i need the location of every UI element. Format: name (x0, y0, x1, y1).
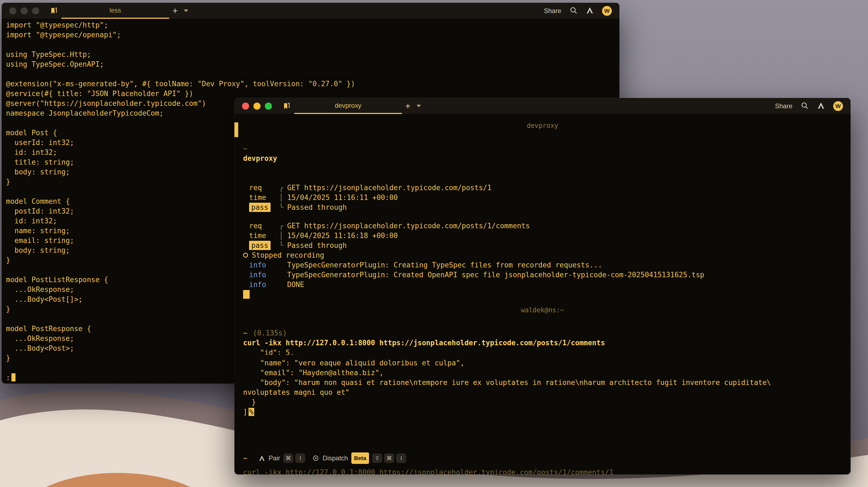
json-line: nvoluptates magni quo et" (243, 388, 842, 397)
beta-badge: Beta (351, 452, 369, 464)
share-button[interactable]: Share (775, 102, 793, 110)
time-line: time│15/04/2025 11:16:18 +00:00 (243, 231, 842, 241)
search-icon (569, 6, 578, 14)
warp-logo-button[interactable] (817, 101, 825, 111)
command-curl: curl -ikx http://127.0.0.1:8000 https://… (243, 338, 842, 348)
json-line: "name": "vero eaque aliquid doloribus et… (243, 358, 842, 368)
no-newline-marker: % (249, 408, 254, 416)
avatar[interactable]: W (602, 6, 612, 16)
pass-badge: pass (249, 241, 271, 250)
pass-line: pass╰Passed through (243, 241, 842, 250)
bracket-top: ╭ (279, 183, 287, 193)
chevron-down-icon (416, 105, 421, 107)
pass-line: pass╰Passed through (243, 203, 842, 212)
request-line: req╭GET https://jsonplaceholder.typicode… (243, 221, 842, 231)
titlebar-front: devproxy + Share W (235, 98, 850, 114)
tab-dropdown-button[interactable] (414, 98, 424, 114)
stop-recording-icon (243, 253, 248, 257)
info-line: infoTypeSpecGeneratorPlugin: Creating Ty… (243, 260, 842, 270)
spacer (279, 280, 287, 290)
json-output: "name": "vero eaque aliquid doloribus et… (243, 358, 842, 407)
pair-button[interactable]: Pair ⌘I (258, 453, 305, 463)
bracket-bottom: ╰ (279, 203, 287, 212)
keycap: ⌘ (283, 454, 293, 463)
json-line: } (243, 397, 842, 407)
close-button[interactable] (242, 102, 249, 110)
pass-label: pass (249, 241, 279, 250)
terminal-view[interactable]: devproxy ~ devproxy req╭GET https://json… (235, 121, 850, 475)
time-label: time (249, 193, 279, 203)
json-close-line: ]% (243, 407, 842, 417)
json-line: "email": "Hayden@althea.biz", (243, 368, 842, 377)
code-line: @service(#{ title: "JSON Placeholder API… (6, 89, 619, 98)
spacer (279, 260, 287, 270)
req-label: req (249, 183, 279, 193)
pair-shortcut-keys: ⌘I (283, 454, 305, 463)
json-line: "body": "harum non quasi et ratione\ntem… (243, 377, 842, 388)
info-text: TypeSpecGeneratorPlugin: Creating TypeSp… (287, 260, 602, 270)
dispatch-label: Dispatch (322, 453, 348, 463)
pass-label: pass (249, 203, 279, 212)
window-controls (235, 98, 279, 114)
cursor-block (11, 373, 16, 382)
stopped-recording-line: Stopped recording (243, 250, 842, 260)
bracket-mid: │ (279, 231, 287, 241)
titlebar-back: less + Share W (2, 3, 619, 19)
command-devproxy: devproxy (243, 153, 842, 163)
request-block: req╭GET https://jsonplaceholder.typicode… (243, 183, 842, 212)
warp-logo-button[interactable] (586, 6, 594, 16)
terminal-window-front[interactable]: devproxy + Share W devproxy ~ devproxy r… (235, 98, 850, 475)
dispatch-icon (312, 455, 319, 462)
code-line: using TypeSpec.Http; (6, 50, 619, 59)
new-tab-button[interactable]: + (402, 98, 414, 114)
tab-devproxy[interactable]: devproxy (294, 98, 402, 114)
new-tab-button[interactable]: + (169, 3, 181, 19)
history-suggestion[interactable]: curl -ikx http://127.0.0.1:8000 https://… (243, 467, 614, 475)
info-label: info (249, 280, 279, 290)
keycap: I (295, 454, 305, 463)
code-line: import "@typespec/openapi"; (6, 30, 619, 40)
share-button[interactable]: Share (544, 7, 561, 15)
block-header: devproxy (235, 121, 850, 130)
tab-dropdown-button[interactable] (181, 3, 191, 19)
zoom-button[interactable] (32, 7, 39, 14)
avatar[interactable]: W (833, 101, 843, 111)
code-line: using TypeSpec.OpenAPI; (6, 59, 619, 69)
input-hint-bar: ~ Pair ⌘I Dispatch Beta ⇧⌘I (243, 452, 842, 464)
minimize-button[interactable] (253, 102, 260, 110)
warp-pair-icon (258, 455, 266, 462)
close-button[interactable] (9, 7, 16, 14)
cursor-block (243, 290, 250, 299)
pass-result: Passed through (287, 241, 347, 250)
keycap: I (396, 454, 406, 463)
code-line (6, 40, 619, 50)
tab-title: less (110, 6, 121, 14)
search-button[interactable] (801, 101, 809, 111)
window-controls (2, 3, 46, 19)
spacer (279, 270, 287, 280)
minimize-button[interactable] (21, 7, 28, 14)
search-button[interactable] (569, 6, 578, 16)
code-line (6, 69, 619, 79)
json-clipped-line: "id": 5, (243, 348, 842, 355)
tab-less[interactable]: less (61, 3, 169, 19)
keycap: ⌘ (384, 454, 394, 463)
request-time: 15/04/2025 11:16:18 +00:00 (287, 231, 398, 241)
pair-label: Pair (269, 453, 280, 463)
prompt-directory: ~ (243, 144, 842, 153)
dispatch-button[interactable]: Dispatch Beta ⇧⌘I (312, 452, 406, 464)
request-url: GET https://jsonplaceholder.typicode.com… (287, 183, 491, 193)
bookmark-icon[interactable] (46, 3, 61, 19)
pager-prompt: : (6, 373, 10, 382)
zoom-button[interactable] (265, 102, 272, 110)
info-text: TypeSpecGeneratorPlugin: Created OpenAPI… (287, 270, 704, 280)
request-time: 15/04/2025 11:16:11 +00:00 (287, 193, 398, 203)
prompt-symbol: ~ (243, 328, 247, 338)
request-url: GET https://jsonplaceholder.typicode.com… (287, 221, 530, 231)
dispatch-shortcut-keys: ⇧⌘I (372, 454, 406, 463)
code-line: import "@typespec/http"; (6, 20, 619, 30)
info-label: info (249, 260, 279, 270)
info-line: infoTypeSpecGeneratorPlugin: Created Ope… (243, 270, 842, 280)
bracket-top: ╭ (279, 221, 287, 231)
bookmark-icon[interactable] (279, 98, 294, 114)
